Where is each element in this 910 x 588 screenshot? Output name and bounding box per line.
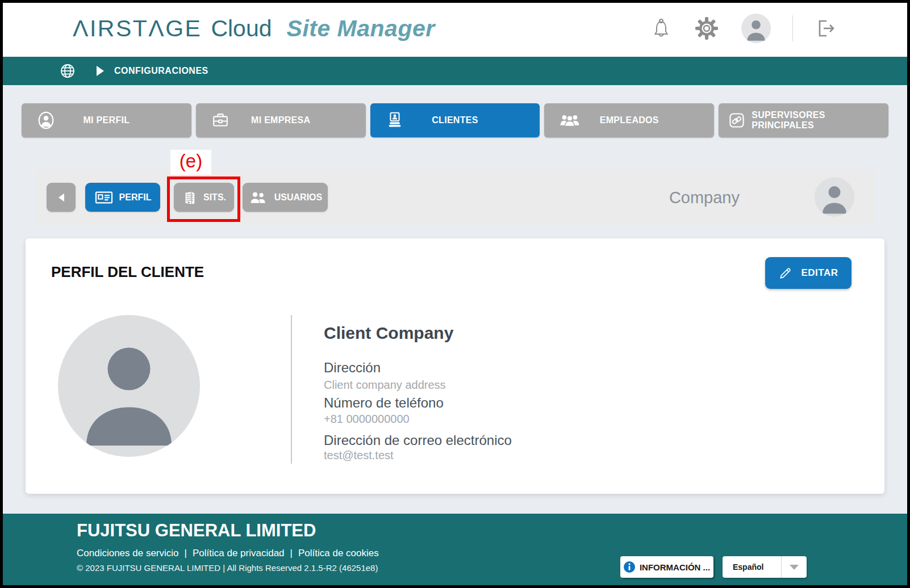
usuarios-button[interactable]: USUARIOS xyxy=(243,183,328,212)
phone-label: Número de teléfono xyxy=(324,395,444,411)
id-card-icon xyxy=(94,190,114,205)
information-button[interactable]: INFORMACIÓN ... xyxy=(620,556,713,578)
client-toolbar: PERFIL SITS. xyxy=(35,169,875,225)
people-group-icon xyxy=(559,111,581,129)
terms-of-service-link[interactable]: Condiciones de servicio xyxy=(77,548,179,558)
breadcrumb: CONFIGURACIONES xyxy=(114,66,208,76)
client-name: Client Company xyxy=(324,324,453,343)
app-header: ΛIRSTΛGE Cloud Site Manager xyxy=(0,0,910,57)
copyright-text: © 2023 FUJITSU GENERAL LIMITED | All Rig… xyxy=(77,563,378,573)
page-title: PERFIL DEL CLIENTE xyxy=(51,263,204,281)
edit-button[interactable]: EDITAR xyxy=(765,257,851,289)
language-selected-value: Español xyxy=(723,562,781,572)
airstage-site-manager-window: ΛIRSTΛGE Cloud Site Manager xyxy=(0,0,910,588)
tab-empleados[interactable]: EMPLEADOS xyxy=(544,103,714,137)
tab-label: CLIENTES xyxy=(432,115,478,125)
language-selector[interactable]: Español xyxy=(723,556,807,578)
person-circle-icon xyxy=(36,111,56,130)
client-desk-icon xyxy=(385,111,404,130)
client-profile-card: PERFIL DEL CLIENTE EDITAR Client Company… xyxy=(26,238,884,494)
gear-icon[interactable] xyxy=(694,15,720,41)
header-divider xyxy=(792,15,793,41)
client-avatar xyxy=(58,315,200,457)
sits-button[interactable]: SITS. xyxy=(174,183,234,212)
sits-button-label: SITS. xyxy=(203,192,226,203)
profile-divider xyxy=(291,315,292,464)
company-avatar xyxy=(815,177,854,217)
phone-value: +81 0000000000 xyxy=(324,413,410,426)
main-tab-bar: MI PERFIL MI EMPRESA xyxy=(22,103,888,137)
logout-icon[interactable] xyxy=(815,17,837,40)
bell-icon[interactable] xyxy=(650,18,672,39)
airstage-logo: ΛIRSTΛGE Cloud Site Manager xyxy=(73,0,435,57)
edit-button-label: EDITAR xyxy=(801,267,838,279)
email-value: test@test.test xyxy=(324,449,394,462)
link-separator: | xyxy=(185,548,187,558)
pencil-icon xyxy=(778,266,793,280)
building-icon xyxy=(182,189,198,206)
tab-mi-perfil[interactable]: MI PERFIL xyxy=(22,103,191,137)
link-card-icon xyxy=(728,111,746,129)
two-users-icon xyxy=(248,190,269,205)
email-label: Dirección de correo electrónico xyxy=(324,432,512,448)
back-arrow-icon xyxy=(57,192,65,203)
breadcrumb-bar: CONFIGURACIONES xyxy=(0,57,910,85)
briefcase-icon xyxy=(211,111,230,130)
user-avatar[interactable] xyxy=(741,14,771,43)
header-icon-group xyxy=(650,0,837,57)
company-name-label: Company xyxy=(669,188,740,207)
tab-label: MI PERFIL xyxy=(83,115,130,125)
tab-label: EMPLEADOS xyxy=(600,115,659,125)
footer: FUJITSU GENERAL LIMITED Condiciones de s… xyxy=(0,514,910,588)
breadcrumb-arrow-icon xyxy=(97,66,104,76)
usuarios-button-label: USUARIOS xyxy=(274,192,322,203)
logo-airstage-text: ΛIRSTΛGE xyxy=(73,15,202,42)
footer-company-name: FUJITSU GENERAL LIMITED xyxy=(77,520,316,541)
address-value: Client company address xyxy=(324,379,446,392)
chevron-down-icon xyxy=(782,565,807,570)
privacy-policy-link[interactable]: Política de privacidad xyxy=(193,548,285,558)
annotation-label-patch: (e) xyxy=(170,150,211,175)
link-separator: | xyxy=(290,548,293,558)
logo-site-manager-text: Site Manager xyxy=(287,15,435,42)
globe-icon[interactable] xyxy=(59,62,76,79)
perfil-button-label: PERFIL xyxy=(119,192,152,203)
tab-label: SUPERVISORES PRINCIPALES xyxy=(752,110,888,131)
tab-mi-empresa[interactable]: MI EMPRESA xyxy=(196,103,366,137)
back-button[interactable] xyxy=(47,183,76,212)
logo-cloud-text: Cloud xyxy=(211,15,272,42)
perfil-button[interactable]: PERFIL xyxy=(85,183,160,212)
annotation-label: (e) xyxy=(180,150,202,173)
tab-clientes[interactable]: CLIENTES xyxy=(370,103,540,137)
tab-label: MI EMPRESA xyxy=(251,115,310,125)
tab-supervisores-principales[interactable]: SUPERVISORES PRINCIPALES xyxy=(719,103,888,137)
information-button-label: INFORMACIÓN ... xyxy=(640,562,710,572)
cookie-policy-link[interactable]: Política de cookies xyxy=(298,548,379,558)
footer-links: Condiciones de servicio|Política de priv… xyxy=(77,548,379,559)
address-label: Dirección xyxy=(324,360,381,376)
info-icon xyxy=(624,561,635,573)
